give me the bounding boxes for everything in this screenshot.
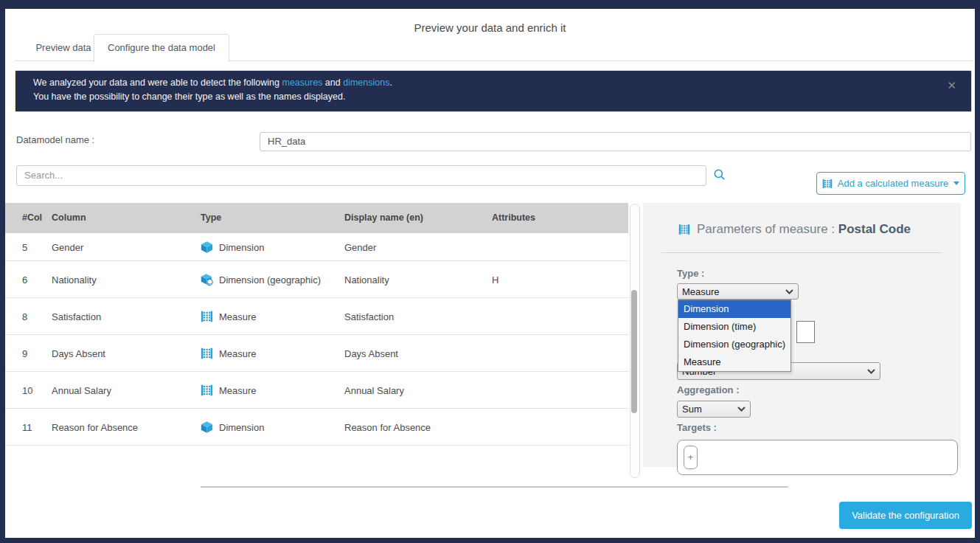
header-attributes: Attributes — [492, 203, 535, 233]
row-colnum: 6 — [22, 274, 27, 285]
banner-line1: We analyzed your data and were able to d… — [33, 77, 392, 88]
header-column: Column — [52, 203, 86, 233]
banner-text: . — [389, 77, 392, 88]
measure-icon — [201, 347, 213, 359]
dimension-icon — [201, 421, 213, 433]
columns-table: #Col Column Type Display name (en) Attri… — [5, 203, 628, 446]
type-option[interactable]: Measure — [678, 353, 790, 371]
dimension-geographic-icon — [201, 273, 213, 286]
page-title: Preview your data and enrich it — [5, 21, 975, 34]
row-display-name: Annual Salary — [344, 384, 404, 395]
add-target-button[interactable]: + — [684, 446, 698, 469]
row-colnum: 5 — [22, 241, 27, 252]
row-type-label: Measure — [219, 347, 257, 359]
validate-configuration-button[interactable]: Validate the configuration — [839, 502, 972, 529]
header-colnum: #Col — [22, 203, 42, 233]
table-row[interactable]: 11Reason for AbsenceDimensionReason for … — [5, 409, 628, 446]
row-type-label: Dimension — [219, 421, 264, 432]
table-row[interactable]: 10Annual SalaryMeasureAnnual Salary — [5, 372, 628, 409]
row-display-name: Nationality — [344, 274, 389, 285]
type-option[interactable]: Dimension — [678, 300, 790, 318]
row-display-name: Satisfaction — [344, 311, 394, 322]
header-type: Type — [201, 203, 221, 233]
banner-text: and — [322, 77, 343, 88]
table-row[interactable]: 8SatisfactionMeasureSatisfaction — [5, 298, 628, 335]
columns-table-header: #Col Column Type Display name (en) Attri… — [5, 203, 628, 233]
type-select-value: Measure — [682, 286, 720, 297]
table-row[interactable]: 6NationalityDimension (geographic)Nation… — [5, 261, 628, 298]
row-type-label: Dimension (geographic) — [219, 274, 321, 285]
row-column-name: Days Absent — [52, 347, 105, 359]
banner-text: We analyzed your data and were able to d… — [33, 77, 282, 88]
row-attributes: H — [492, 274, 498, 285]
row-display-name: Days Absent — [344, 347, 398, 359]
dimensions-link[interactable]: dimensions — [343, 77, 389, 88]
parameters-panel: Parameters of measure : Postal Code Type… — [643, 203, 961, 467]
tab-preview-data[interactable]: Preview data — [29, 39, 97, 57]
info-banner: We analyzed your data and were able to d… — [15, 70, 972, 112]
search-input[interactable]: Search... — [16, 165, 706, 186]
tab-configure-data-model[interactable]: Configure the data model — [94, 34, 229, 62]
row-colnum: 8 — [22, 311, 27, 322]
datamodel-name-input[interactable]: HR_data — [260, 132, 971, 151]
decimals-input[interactable] — [796, 321, 815, 343]
datamodel-name-label: Datamodel name : — [16, 134, 94, 145]
horizontal-scrollbar[interactable] — [201, 486, 788, 488]
add-calculated-measure-label: Add a calculated measure — [838, 178, 948, 189]
row-colnum: 9 — [22, 347, 27, 359]
columns-table-body: 5GenderDimensionGender6NationalityDimens… — [5, 233, 628, 446]
row-colnum: 10 — [22, 384, 32, 395]
row-type: Dimension (geographic) — [201, 273, 321, 286]
row-display-name: Gender — [344, 241, 376, 252]
row-column-name: Reason for Absence — [52, 421, 138, 432]
add-calculated-measure-button[interactable]: Add a calculated measure — [816, 172, 965, 195]
panel-divider — [661, 252, 942, 253]
row-type: Measure — [201, 310, 257, 322]
aggregation-select[interactable]: Sum — [677, 401, 751, 418]
row-column-name: Gender — [52, 241, 83, 252]
dimension-icon — [201, 241, 213, 253]
row-colnum: 11 — [22, 421, 32, 432]
measures-link[interactable]: measures — [282, 77, 322, 88]
dialog-content: Preview your data and enrich it Preview … — [5, 9, 975, 538]
panel-title-text: Parameters of measure : Postal Code — [697, 222, 911, 237]
row-column-name: Annual Salary — [52, 384, 111, 395]
chevron-down-icon — [785, 289, 793, 294]
row-type: Measure — [201, 347, 257, 359]
row-display-name: Reason for Absence — [344, 421, 431, 432]
targets-label: Targets : — [677, 422, 717, 433]
type-option[interactable]: Dimension (geographic) — [678, 336, 790, 353]
close-icon[interactable]: ✕ — [947, 79, 956, 92]
row-type-label: Measure — [219, 384, 257, 395]
targets-box: + — [677, 440, 958, 475]
row-type: Dimension — [201, 421, 264, 433]
table-row[interactable]: 9Days AbsentMeasureDays Absent — [5, 335, 628, 372]
row-type: Measure — [201, 384, 257, 396]
chevron-down-icon — [737, 407, 746, 412]
vertical-scrollbar-thumb[interactable] — [631, 290, 637, 413]
aggregation-select-value: Sum — [682, 404, 702, 415]
measure-icon — [201, 384, 213, 396]
app-window: Preview your data and enrich it Preview … — [0, 0, 980, 543]
measure-icon — [678, 224, 690, 235]
type-label: Type : — [677, 268, 704, 279]
chevron-down-icon — [867, 369, 875, 374]
measure-icon — [201, 310, 213, 322]
type-dropdown-list: DimensionDimension (time)Dimension (geog… — [678, 300, 791, 372]
row-column-name: Satisfaction — [52, 311, 101, 322]
row-type-label: Measure — [219, 311, 257, 322]
panel-title: Parameters of measure : Postal Code — [678, 222, 911, 237]
type-select[interactable]: Measure — [677, 283, 799, 300]
type-option[interactable]: Dimension (time) — [678, 318, 790, 336]
row-type: Dimension — [201, 241, 264, 253]
row-column-name: Nationality — [52, 274, 97, 285]
measure-icon — [822, 179, 833, 189]
banner-line2: You have the possibility to change their… — [33, 91, 345, 102]
panel-measure-name: Postal Code — [838, 222, 911, 236]
row-type-label: Dimension — [219, 241, 264, 252]
aggregation-label: Aggregation : — [677, 384, 740, 395]
table-row[interactable]: 5GenderDimensionGender — [5, 233, 628, 261]
search-icon[interactable] — [713, 168, 726, 181]
chevron-down-icon — [953, 181, 959, 185]
header-display-name: Display name (en) — [344, 203, 423, 233]
